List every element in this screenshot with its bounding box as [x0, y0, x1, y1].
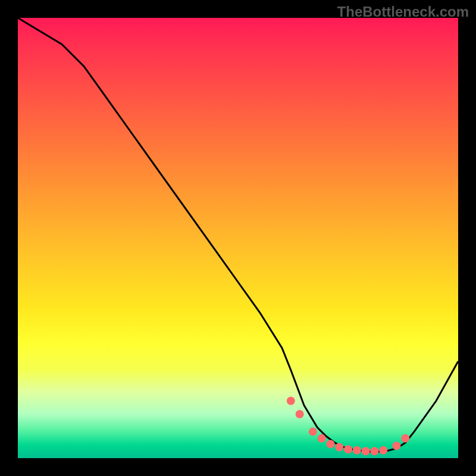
- marker-point: [326, 440, 334, 448]
- watermark-text: TheBottleneck.com: [337, 4, 469, 20]
- marker-point: [401, 434, 409, 443]
- marker-point: [309, 428, 317, 436]
- marker-point: [392, 441, 400, 450]
- marker-point: [287, 397, 295, 405]
- chart-container: TheBottleneck.com: [0, 0, 476, 476]
- marker-point: [344, 445, 352, 453]
- curve-svg: [18, 18, 458, 458]
- marker-point: [370, 447, 378, 455]
- marker-point: [379, 446, 387, 455]
- marker-point: [318, 434, 326, 443]
- plot-area: [18, 18, 458, 458]
- marker-point: [353, 446, 361, 455]
- marker-point: [362, 447, 370, 455]
- bottleneck-curve: [18, 18, 458, 452]
- marker-point: [335, 443, 343, 452]
- marker-point: [296, 410, 304, 418]
